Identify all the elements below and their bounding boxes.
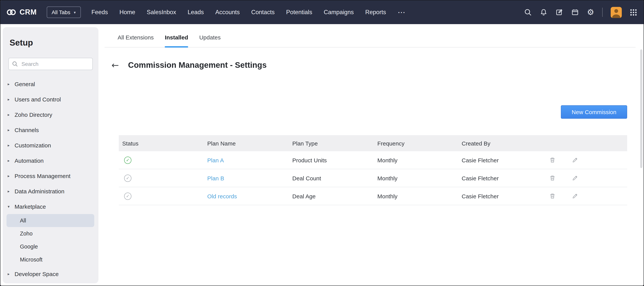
- primary-nav: FeedsHomeSalesInboxLeadsAccountsContacts…: [91, 9, 386, 16]
- chevron-down-icon: ▾: [74, 10, 76, 14]
- sidebar-item-microsoft[interactable]: Microsoft: [6, 253, 94, 266]
- frequency-cell: Monthly: [377, 175, 462, 181]
- sidebar-item-label: Automation: [14, 157, 44, 164]
- app-grid-icon[interactable]: [630, 8, 637, 16]
- calendar-icon[interactable]: [571, 8, 579, 16]
- plan-type-cell: Product Units: [292, 157, 377, 163]
- sidebar-item-all[interactable]: All: [6, 214, 94, 227]
- sidebar-item-data-administration[interactable]: ▸Data Administration: [8, 183, 93, 199]
- setup-menu: ▸General▸Users and Control▸Zoho Director…: [8, 76, 93, 282]
- sidebar-item-developer-space[interactable]: ▸Developer Space: [8, 266, 93, 282]
- search-icon[interactable]: [524, 8, 532, 16]
- edit-icon[interactable]: [572, 175, 578, 181]
- sidebar-item-label: Zoho Directory: [14, 111, 52, 118]
- notifications-bell-icon[interactable]: [540, 8, 548, 16]
- plan-type-cell: Deal Count: [292, 175, 377, 181]
- topbar-divider: [602, 8, 602, 17]
- created-by-cell: Casie Fletcher: [462, 175, 549, 181]
- chevron-right-icon: ▸: [8, 97, 14, 101]
- column-header-plan-type: Plan Type: [292, 140, 377, 146]
- all-tabs-dropdown[interactable]: All Tabs ▾: [47, 6, 81, 18]
- tab-all-extensions[interactable]: All Extensions: [118, 24, 154, 47]
- sidebar-item-process-management[interactable]: ▸Process Management: [8, 168, 93, 183]
- tab-installed[interactable]: Installed: [165, 24, 188, 47]
- chevron-right-icon: ▸: [8, 174, 14, 178]
- back-arrow-button[interactable]: ←: [112, 61, 119, 69]
- plan-name-link[interactable]: Plan B: [207, 175, 224, 181]
- sidebar-item-channels[interactable]: ▸Channels: [8, 122, 93, 137]
- new-commission-button[interactable]: New Commission: [561, 105, 627, 119]
- nav-item-leads[interactable]: Leads: [188, 9, 204, 16]
- chevron-right-icon: ▸: [8, 143, 14, 147]
- page-scrollbar[interactable]: [640, 49, 642, 168]
- delete-icon[interactable]: [549, 175, 556, 181]
- setup-title: Setup: [10, 38, 93, 48]
- sidebar-item-label: Data Administration: [14, 188, 64, 194]
- sidebar-item-customization[interactable]: ▸Customization: [8, 137, 93, 153]
- plan-name-link[interactable]: Plan A: [207, 157, 224, 163]
- sidebar-item-label: General: [14, 81, 35, 87]
- sidebar-item-google[interactable]: Google: [6, 240, 94, 253]
- main-content: All ExtensionsInstalledUpdates ← Commiss…: [104, 24, 636, 286]
- row-actions: [549, 157, 627, 163]
- sidebar-item-general[interactable]: ▸General: [8, 76, 93, 91]
- chevron-right-icon: ▸: [8, 158, 14, 163]
- sidebar-item-zoho-directory[interactable]: ▸Zoho Directory: [8, 107, 93, 122]
- nav-item-accounts[interactable]: Accounts: [215, 9, 240, 16]
- sidebar-item-label: Developer Space: [14, 271, 58, 277]
- more-tabs-button[interactable]: ⋯: [398, 8, 405, 16]
- nav-item-salesinbox[interactable]: SalesInbox: [147, 9, 176, 16]
- nav-item-reports[interactable]: Reports: [365, 9, 386, 16]
- frequency-cell: Monthly: [377, 157, 462, 163]
- body-area: Setup ▸General▸Users and Control▸Zoho Di…: [0, 24, 644, 286]
- sidebar-item-users-and-control[interactable]: ▸Users and Control: [8, 91, 93, 107]
- edit-icon[interactable]: [572, 157, 578, 163]
- zoho-crm-logo-icon: [5, 7, 17, 17]
- sidebar-item-zoho[interactable]: Zoho: [6, 227, 94, 240]
- sidebar-item-label: Customization: [14, 142, 51, 148]
- plan-name-cell: Plan B: [207, 175, 292, 181]
- chevron-down-icon: ▾: [8, 204, 14, 209]
- frequency-cell: Monthly: [377, 193, 462, 199]
- gear-icon[interactable]: ⚙: [587, 8, 594, 16]
- tab-updates[interactable]: Updates: [199, 24, 221, 47]
- title-row: ← Commission Management - Settings: [104, 47, 636, 70]
- chevron-right-icon: ▸: [8, 128, 14, 132]
- compose-note-icon[interactable]: [556, 8, 563, 16]
- plan-name-cell: Plan A: [207, 157, 292, 163]
- page-title: Commission Management - Settings: [128, 60, 267, 70]
- nav-item-potentials[interactable]: Potentials: [286, 9, 312, 16]
- sidebar-item-label: Users and Control: [14, 96, 61, 102]
- nav-item-home[interactable]: Home: [119, 9, 135, 16]
- user-avatar[interactable]: [611, 7, 622, 18]
- column-header-plan-name: Plan Name: [207, 140, 292, 146]
- column-header-created-by: Created By: [462, 140, 549, 146]
- status-active-icon[interactable]: ✓: [124, 157, 132, 164]
- chevron-right-icon: ▸: [8, 112, 14, 117]
- sidebar-item-automation[interactable]: ▸Automation: [8, 153, 93, 168]
- sidebar-item-marketplace[interactable]: ▾Marketplace: [8, 199, 93, 214]
- delete-icon[interactable]: [549, 157, 556, 163]
- row-actions: [549, 175, 627, 181]
- nav-item-campaigns[interactable]: Campaigns: [324, 9, 354, 16]
- search-input[interactable]: [8, 58, 93, 70]
- nav-item-feeds[interactable]: Feeds: [91, 9, 108, 16]
- edit-icon[interactable]: [572, 193, 578, 199]
- extension-tabs: All ExtensionsInstalledUpdates: [104, 24, 636, 47]
- sidebar-search: [8, 58, 93, 70]
- search-icon: [12, 61, 18, 67]
- status-inactive-icon[interactable]: ✓: [124, 193, 132, 200]
- created-by-cell: Casie Fletcher: [462, 193, 549, 199]
- table-row: ✓Old recordsDeal AgeMonthlyCasie Fletche…: [119, 187, 627, 205]
- actions-row: New Commission: [104, 105, 636, 119]
- plans-table-header: StatusPlan NamePlan TypeFrequencyCreated…: [119, 135, 627, 151]
- plan-name-link[interactable]: Old records: [207, 193, 237, 199]
- status-inactive-icon[interactable]: ✓: [124, 175, 132, 182]
- delete-icon[interactable]: [549, 193, 556, 199]
- status-cell: ✓: [119, 192, 207, 200]
- column-header-status: Status: [119, 140, 207, 146]
- sidebar-item-label: Process Management: [14, 173, 70, 179]
- chevron-right-icon: ▸: [8, 272, 14, 276]
- table-row: ✓Plan AProduct UnitsMonthlyCasie Fletche…: [119, 151, 627, 169]
- nav-item-contacts[interactable]: Contacts: [251, 9, 275, 16]
